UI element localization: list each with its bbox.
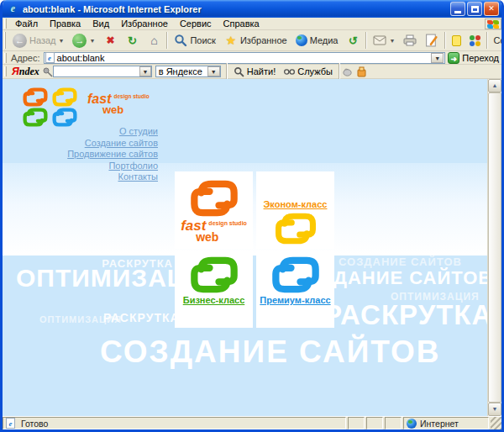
vertical-scrollbar[interactable]: ▲ ▼ bbox=[487, 79, 501, 416]
mail-dropdown-icon[interactable]: ▼ bbox=[389, 38, 395, 44]
yandex-toolbar: Яndex ▼ в Яндексе ▼ Найти! Службы bbox=[3, 65, 501, 79]
web-page: РАСКРУТКА ОПТИМИЗАЦИЯ СОЗДАНИЕ САЙТОВ СО… bbox=[3, 79, 487, 416]
print-icon bbox=[403, 34, 417, 47]
forward-dropdown-icon[interactable]: ▼ bbox=[89, 38, 95, 44]
yandex-scope-dropdown-icon[interactable]: ▼ bbox=[207, 66, 220, 76]
edit-button[interactable] bbox=[421, 31, 443, 50]
home-button[interactable]: ⌂ bbox=[143, 31, 165, 50]
security-zone-pane: Интернет bbox=[403, 417, 489, 429]
menu-tools[interactable]: Сервис bbox=[174, 18, 218, 29]
forward-icon: → bbox=[72, 34, 87, 48]
status-bar: e Готово Интернет bbox=[3, 416, 501, 429]
scrollbar-thumb[interactable] bbox=[488, 92, 501, 403]
econom-class-link[interactable]: Эконом-класс bbox=[264, 199, 328, 209]
yandex-grip[interactable] bbox=[4, 66, 7, 77]
stop-button[interactable]: ✖ bbox=[99, 31, 121, 50]
forward-button[interactable]: → ▼ bbox=[68, 31, 99, 50]
maximize-button[interactable] bbox=[467, 2, 482, 16]
menu-view[interactable]: Вид bbox=[87, 18, 115, 29]
edit-icon bbox=[425, 34, 438, 47]
yandex-query-dropdown-icon[interactable]: ▼ bbox=[139, 66, 150, 76]
close-button[interactable]: ✕ bbox=[484, 2, 499, 16]
scroll-down-icon[interactable]: ▼ bbox=[488, 403, 501, 416]
go-arrow-icon: ➜ bbox=[448, 52, 459, 64]
econom-yellow-glyph-icon bbox=[270, 213, 321, 245]
watermark-text: СОЗДАНИЕ САЙТОВ bbox=[339, 256, 462, 268]
menu-file[interactable]: Файл bbox=[9, 18, 44, 29]
menu-edit[interactable]: Правка bbox=[44, 18, 87, 29]
tile-business: Бизнес-класс bbox=[175, 250, 253, 328]
yandex-scope-select[interactable]: в Яндексе ▼ bbox=[155, 66, 221, 77]
address-label: Адрес: bbox=[11, 53, 40, 63]
premium-blue-glyph-icon bbox=[270, 256, 322, 293]
yandex-search-input[interactable]: ▼ bbox=[53, 66, 152, 77]
yandex-separator bbox=[339, 63, 340, 80]
pushpin-icon[interactable] bbox=[42, 66, 53, 77]
discuss-button[interactable] bbox=[448, 31, 465, 50]
windows-flag-icon bbox=[485, 18, 501, 29]
address-dropdown-icon[interactable]: ▼ bbox=[431, 53, 444, 63]
main-navigation: О студии Создание сайтов Продвижение сай… bbox=[3, 126, 158, 183]
messenger-button[interactable] bbox=[465, 31, 485, 50]
nav-site-promotion-link[interactable]: Продвижение сайтов bbox=[3, 149, 158, 161]
ie-logo-icon: e bbox=[7, 3, 19, 15]
back-button[interactable]: ← Назад▼ bbox=[8, 31, 68, 50]
menu-bar: Файл Правка Вид Избранное Сервис Справка bbox=[3, 18, 501, 30]
go-label: Переход bbox=[462, 53, 499, 63]
address-input[interactable]: e about:blank ▼ bbox=[44, 52, 446, 64]
back-icon: ← bbox=[13, 34, 27, 48]
business-green-glyph-icon bbox=[188, 256, 240, 293]
nav-portfolio-link[interactable]: Портфолио bbox=[3, 161, 158, 172]
watermark-text: СОЗДАНИЕ САЙТОВ bbox=[100, 335, 440, 370]
yandex-extra-icon-2[interactable] bbox=[356, 66, 367, 77]
find-magnifier-icon bbox=[234, 66, 244, 77]
links-label[interactable]: Ссылки bbox=[493, 35, 504, 45]
home-icon: ⌂ bbox=[147, 34, 160, 47]
nav-about-link[interactable]: О студии bbox=[3, 126, 158, 138]
mail-icon bbox=[373, 34, 386, 47]
address-value[interactable]: about:blank bbox=[57, 53, 432, 63]
browser-viewport: РАСКРУТКА ОПТИМИЗАЦИЯ СОЗДАНИЕ САЙТОВ СО… bbox=[3, 79, 501, 416]
yandex-logo[interactable]: Яndex bbox=[12, 66, 39, 78]
menu-favorites[interactable]: Избранное bbox=[115, 18, 174, 29]
premium-class-link[interactable]: Премиум-класс bbox=[260, 295, 330, 305]
business-class-link[interactable]: Бизнес-класс bbox=[183, 295, 245, 305]
standard-toolbar: ← Назад▼ → ▼ ✖ ↻ ⌂ Поиск ★ Избранное Мед… bbox=[3, 30, 501, 51]
back-dropdown-icon[interactable]: ▼ bbox=[59, 38, 65, 44]
nav-site-creation-link[interactable]: Создание сайтов bbox=[3, 138, 158, 150]
resize-grip[interactable] bbox=[491, 417, 501, 429]
nav-contacts-link[interactable]: Контакты bbox=[3, 171, 158, 183]
toolbar-separator bbox=[365, 32, 367, 49]
tile-econom: Эконом-класс bbox=[256, 171, 334, 249]
yandex-find-button[interactable]: Найти! bbox=[229, 66, 280, 78]
toolbar-grip[interactable] bbox=[4, 32, 6, 48]
favorites-button[interactable]: ★ Избранное bbox=[220, 31, 291, 50]
refresh-button[interactable]: ↻ bbox=[121, 31, 143, 50]
watermark-text: РАСКРУТКА bbox=[323, 299, 487, 331]
page-icon: e bbox=[45, 52, 55, 63]
menu-help[interactable]: Справка bbox=[218, 18, 265, 29]
status-message-pane: e Готово bbox=[3, 417, 346, 429]
media-button[interactable]: Медиа bbox=[291, 31, 343, 50]
title-bar[interactable]: e about:blank - Microsoft Internet Explo… bbox=[3, 0, 501, 18]
menu-grip[interactable] bbox=[4, 18, 7, 28]
yandex-extra-icon-1[interactable] bbox=[342, 66, 353, 77]
go-button[interactable]: ➜ Переход bbox=[448, 52, 499, 64]
tile-premium: Премиум-класс bbox=[256, 250, 334, 328]
yandex-services-button[interactable]: Службы bbox=[280, 66, 337, 78]
print-button[interactable] bbox=[399, 31, 421, 50]
internet-zone-globe-icon bbox=[407, 419, 417, 429]
minimize-button[interactable] bbox=[450, 2, 465, 16]
search-button[interactable]: Поиск bbox=[170, 31, 219, 50]
discuss-icon bbox=[452, 35, 461, 46]
media-globe-icon bbox=[296, 34, 307, 46]
address-bar: Адрес: e about:blank ▼ ➜ Переход bbox=[3, 51, 501, 65]
history-button[interactable]: ↺ bbox=[342, 31, 364, 50]
status-pane-2 bbox=[366, 417, 383, 429]
scroll-up-icon[interactable]: ▲ bbox=[488, 79, 501, 92]
status-text: Готово bbox=[21, 419, 48, 429]
address-grip[interactable] bbox=[4, 53, 7, 63]
mail-button[interactable]: ▼ bbox=[369, 31, 399, 50]
site-logo[interactable]: fastdesign studio web bbox=[21, 87, 150, 127]
favorites-star-icon: ★ bbox=[224, 34, 238, 47]
